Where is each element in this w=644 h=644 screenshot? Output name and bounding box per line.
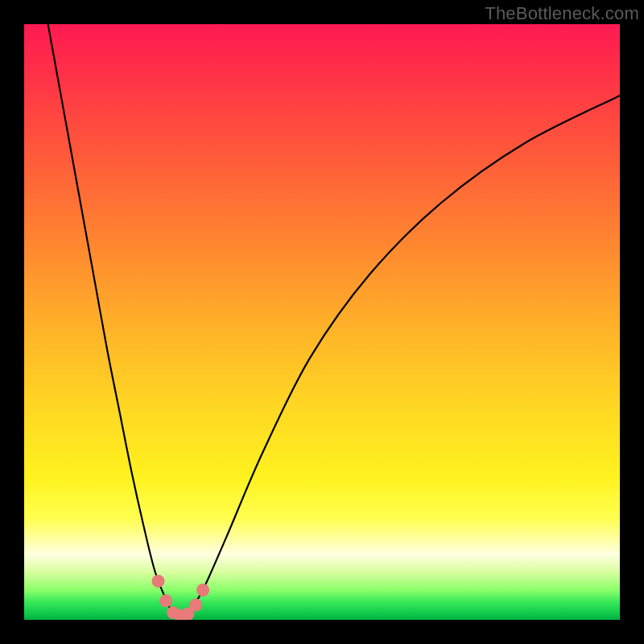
highlight-dot — [152, 575, 165, 588]
plot-area — [24, 24, 620, 620]
highlight-dot — [159, 594, 172, 607]
bottleneck-curve — [48, 24, 620, 617]
highlight-dot — [189, 599, 202, 612]
chart-svg — [24, 24, 620, 620]
highlight-markers — [152, 575, 210, 620]
watermark-text: TheBottleneck.com — [485, 3, 639, 24]
highlight-dot — [196, 584, 209, 597]
